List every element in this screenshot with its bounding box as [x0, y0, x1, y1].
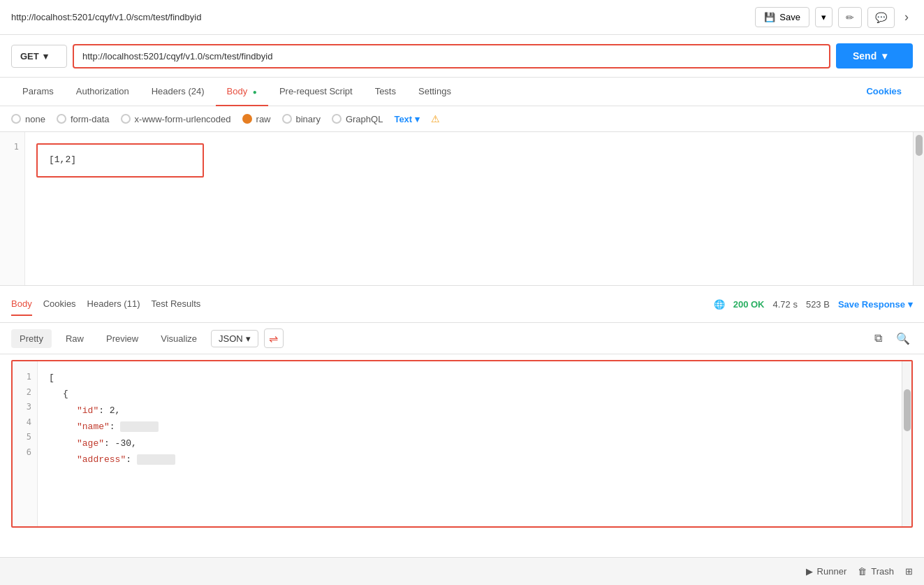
wrap-icon: ⇌ — [269, 332, 278, 345]
search-response-button[interactable]: 🔍 — [893, 328, 913, 348]
body-options: none form-data x-www-form-urlencoded raw… — [0, 106, 924, 132]
option-binary[interactable]: binary — [282, 114, 321, 124]
save-response-button[interactable]: Save Response ▾ — [838, 299, 913, 310]
response-tab-headers[interactable]: Headers (11) — [87, 293, 140, 316]
json-chevron-icon: ▾ — [246, 333, 251, 344]
resp-tab-pretty[interactable]: Pretty — [11, 329, 52, 348]
trash-button[interactable]: 🗑 Trash — [858, 566, 894, 577]
top-bar-url: http://localhost:5201/cqyf/v1.0/scm/test… — [11, 12, 755, 22]
resp-tab-raw[interactable]: Raw — [57, 329, 92, 348]
radio-urlencoded — [121, 114, 131, 124]
globe-icon: 🌐 — [714, 299, 725, 310]
tab-authorization[interactable]: Authorization — [65, 78, 140, 106]
response-header: Body Cookies Headers (11) Test Results 🌐… — [0, 286, 924, 323]
runner-button[interactable]: ▶ Runner — [806, 566, 847, 577]
copy-icon: ⧉ — [874, 332, 882, 345]
response-line-numbers: 1 2 3 4 5 6 — [13, 361, 38, 526]
tab-params[interactable]: Params — [11, 78, 65, 106]
expand-button[interactable]: ⊞ — [905, 566, 913, 577]
tab-settings[interactable]: Settings — [407, 78, 462, 106]
response-time: 4.72 s — [772, 299, 797, 310]
request-body-content[interactable]: [1,2] — [36, 143, 204, 178]
comment-icon: 💬 — [875, 12, 887, 23]
resp-line-1: 1 — [13, 370, 37, 385]
method-chevron-icon: ▾ — [43, 51, 48, 62]
copy-response-button[interactable]: ⧉ — [868, 328, 888, 348]
option-form-data[interactable]: form-data — [57, 114, 110, 124]
response-tab-test-results[interactable]: Test Results — [151, 293, 200, 316]
option-none[interactable]: none — [11, 114, 45, 124]
tab-tests[interactable]: Tests — [364, 78, 407, 106]
expand-icon: ⊞ — [905, 566, 913, 577]
option-urlencoded[interactable]: x-www-form-urlencoded — [121, 114, 231, 124]
resp-code-line-6: "address": — [49, 452, 890, 468]
response-body-tabs: Pretty Raw Preview Visualize JSON ▾ ⇌ ⧉ … — [0, 323, 924, 354]
response-code-wrapper: 1 2 3 4 5 6 [ { "id": 2, "name": "age": … — [6, 360, 918, 528]
editor-scrollbar[interactable] — [913, 132, 924, 285]
bottom-bar: ▶ Runner 🗑 Trash ⊞ — [0, 557, 924, 585]
save-response-chevron-icon: ▾ — [908, 299, 913, 310]
send-label: Send — [853, 50, 877, 62]
resp-line-2: 2 — [13, 385, 37, 400]
response-meta: 🌐 200 OK 4.72 s 523 B Save Response ▾ — [714, 299, 913, 310]
resp-line-3: 3 — [13, 400, 37, 415]
collapse-icon: › — [904, 10, 909, 24]
line-numbers: 1 — [0, 132, 25, 285]
save-label: Save — [779, 12, 800, 22]
option-graphql[interactable]: GraphQL — [332, 114, 383, 124]
option-raw[interactable]: raw — [242, 114, 271, 124]
body-dot-icon: ● — [253, 88, 257, 96]
request-editor: 1 [1,2] — [0, 132, 924, 286]
response-tab-body[interactable]: Body — [11, 293, 32, 316]
resp-code-line-3: "id": 2, — [49, 403, 890, 419]
resp-code-line-4: "name": — [49, 419, 890, 435]
url-bar: GET ▾ Send ▾ — [11, 43, 913, 68]
collapse-sidebar-button[interactable]: › — [900, 6, 913, 29]
text-format-dropdown[interactable]: Text ▾ — [394, 114, 420, 124]
wrap-button[interactable]: ⇌ — [264, 328, 284, 348]
status-code: 200 OK — [733, 299, 765, 310]
radio-binary — [282, 114, 292, 124]
save-dropdown-button[interactable]: ▾ — [815, 7, 833, 27]
line-num-1: 1 — [0, 140, 24, 154]
response-action-icons: ⧉ 🔍 — [868, 328, 913, 348]
response-body-code: [ { "id": 2, "name": "age": -30, "addres… — [38, 361, 902, 526]
response-tab-cookies[interactable]: Cookies — [43, 293, 76, 316]
chevron-down-icon: ▾ — [821, 12, 826, 22]
request-tabs: Params Authorization Headers (24) Body ●… — [0, 78, 924, 106]
resp-tab-preview[interactable]: Preview — [98, 329, 147, 348]
tab-cookies[interactable]: Cookies — [855, 78, 913, 106]
response-size: 523 B — [806, 299, 830, 310]
save-button[interactable]: 💾 Save — [755, 7, 809, 27]
edit-icon: ✏ — [846, 12, 854, 23]
request-section: GET ▾ Send ▾ — [0, 35, 924, 78]
resp-code-line-1: [ — [49, 370, 890, 386]
response-code-area: 1 2 3 4 5 6 [ { "id": 2, "name": "age": … — [11, 360, 913, 528]
send-button[interactable]: Send ▾ — [836, 43, 913, 68]
response-scrollbar[interactable] — [902, 361, 911, 526]
resp-code-line-2: { — [49, 386, 890, 402]
comment-button[interactable]: 💬 — [867, 7, 895, 28]
json-format-select[interactable]: JSON ▾ — [211, 330, 258, 347]
radio-raw — [242, 114, 252, 124]
radio-none — [11, 114, 21, 124]
resp-tab-visualize[interactable]: Visualize — [152, 329, 205, 348]
tab-pre-request[interactable]: Pre-request Script — [268, 78, 364, 106]
tab-headers[interactable]: Headers (24) — [140, 78, 216, 106]
tab-body[interactable]: Body ● — [216, 78, 268, 106]
send-chevron-icon: ▾ — [882, 50, 887, 62]
resp-line-6: 6 — [13, 445, 37, 461]
runner-icon: ▶ — [806, 566, 813, 577]
url-input[interactable] — [73, 44, 830, 68]
method-select[interactable]: GET ▾ — [11, 45, 67, 68]
save-disk-icon: 💾 — [764, 12, 775, 22]
top-bar-actions: 💾 Save ▾ ✏ 💬 › — [755, 6, 913, 29]
top-bar: http://localhost:5201/cqyf/v1.0/scm/test… — [0, 0, 924, 35]
method-label: GET — [20, 51, 39, 62]
search-icon: 🔍 — [896, 332, 910, 345]
resp-code-line-5: "age": -30, — [49, 435, 890, 452]
trash-icon: 🗑 — [858, 566, 867, 577]
radio-graphql — [332, 114, 342, 124]
warning-icon: ⚠ — [431, 113, 440, 124]
edit-button[interactable]: ✏ — [838, 7, 862, 28]
